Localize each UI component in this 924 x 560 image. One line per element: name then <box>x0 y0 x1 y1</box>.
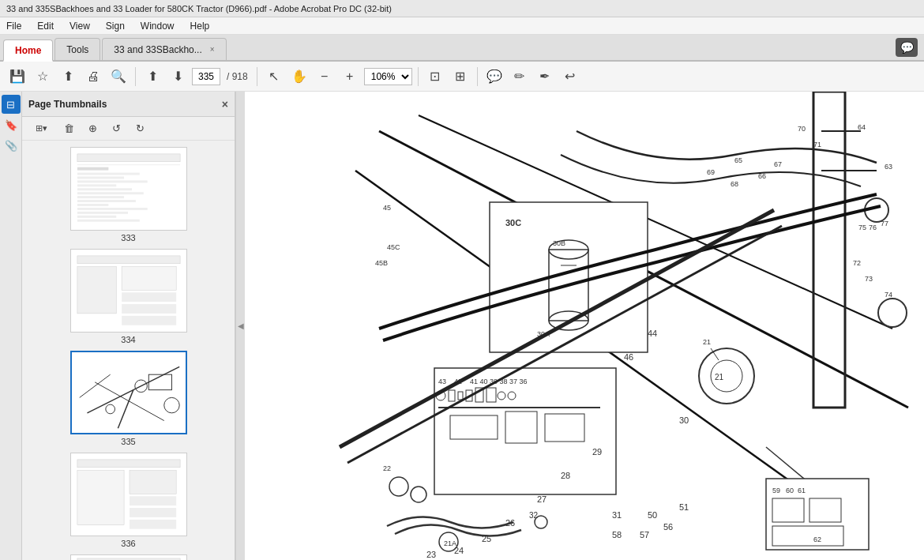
separator-3 <box>418 67 419 86</box>
insert-page-button[interactable]: ⊕ <box>82 119 103 138</box>
title-text: 33 and 335SBackhoes and 33 Loader for 58… <box>6 4 392 13</box>
svg-text:50: 50 <box>648 510 657 520</box>
svg-rect-10 <box>77 196 123 198</box>
svg-rect-16 <box>77 219 139 221</box>
svg-rect-19 <box>77 266 115 313</box>
svg-rect-22 <box>122 304 176 314</box>
menu-help[interactable]: Help <box>187 19 213 33</box>
thumbnail-options-button[interactable]: ⊞▾ <box>27 119 55 138</box>
svg-text:74: 74 <box>885 291 892 299</box>
thumbnail-label-335: 335 <box>121 437 135 446</box>
rotate-ccw-button[interactable]: ↺ <box>106 119 126 138</box>
menu-file[interactable]: File <box>3 19 24 33</box>
svg-text:30C: 30C <box>505 218 521 227</box>
svg-rect-1 <box>77 154 179 162</box>
title-bar: 33 and 335SBackhoes and 33 Loader for 58… <box>0 0 924 17</box>
tab-tools-label: Tools <box>66 44 88 55</box>
thumbnail-image-337 <box>70 554 187 560</box>
svg-text:73: 73 <box>865 275 873 283</box>
svg-text:68: 68 <box>731 180 738 188</box>
page-number-input[interactable]: 335 <box>192 68 220 85</box>
svg-text:71: 71 <box>813 141 821 148</box>
menu-edit[interactable]: Edit <box>34 19 57 33</box>
svg-text:67: 67 <box>774 160 782 168</box>
thumbnail-image-333 <box>70 147 187 231</box>
draw-button[interactable]: ✒ <box>534 66 556 88</box>
sidebar-collapse-handle[interactable]: ◀ <box>235 92 245 560</box>
svg-text:77: 77 <box>881 220 888 227</box>
upload-button[interactable]: ⬆ <box>57 66 79 88</box>
print-button[interactable]: 🖨 <box>82 66 104 88</box>
menu-window[interactable]: Window <box>137 19 178 33</box>
thumbnail-item-333[interactable]: 333 <box>22 147 235 242</box>
thumbnail-label-333: 333 <box>121 233 135 242</box>
left-panel-icons: ⊟ 🔖 📎 <box>0 92 22 560</box>
thumbnail-item-334[interactable]: 334 <box>22 249 235 344</box>
svg-text:44: 44 <box>648 329 657 338</box>
thumbnail-label-336: 336 <box>121 539 135 548</box>
stamp-button[interactable]: ↩ <box>559 66 581 88</box>
prev-page-button[interactable]: ⬆ <box>141 66 163 88</box>
snapshot-button[interactable]: ⊞ <box>449 66 471 88</box>
svg-rect-15 <box>77 216 115 218</box>
zoom-out-glass-button[interactable]: 🔍 <box>107 66 130 88</box>
svg-rect-39 <box>129 520 175 529</box>
thumbnail-image-336 <box>70 453 187 536</box>
svg-text:29: 29 <box>592 447 602 457</box>
chat-icon[interactable]: 💬 <box>896 38 918 57</box>
svg-rect-13 <box>77 208 147 210</box>
sidebar-close-button[interactable]: × <box>222 98 228 111</box>
pdf-page-content: 30C 30B 30A 43 42 41 40 39 38 37 36 <box>245 92 924 560</box>
svg-text:30: 30 <box>679 415 689 425</box>
menu-view[interactable]: View <box>66 19 93 33</box>
thumbnail-item-337-partial[interactable] <box>22 554 235 560</box>
svg-text:66: 66 <box>758 172 766 180</box>
attachments-icon[interactable]: 📎 <box>2 136 21 155</box>
next-page-button[interactable]: ⬇ <box>167 66 189 88</box>
menu-bar: File Edit View Sign Window Help <box>0 17 924 35</box>
tab-tools[interactable]: Tools <box>54 38 100 60</box>
svg-text:59: 59 <box>772 487 780 494</box>
fit-page-button[interactable]: ⊡ <box>424 66 446 88</box>
svg-text:58: 58 <box>612 530 622 539</box>
thumbnail-item-335[interactable]: 335 <box>22 351 235 446</box>
zoom-out-tool-button[interactable]: − <box>314 66 336 88</box>
svg-text:45B: 45B <box>375 259 388 267</box>
svg-text:64: 64 <box>858 123 866 131</box>
tab-document[interactable]: 33 and 33SBackho... × <box>102 38 226 60</box>
rotate-cw-button[interactable]: ↻ <box>130 119 150 138</box>
svg-text:45: 45 <box>383 204 391 212</box>
highlight-button[interactable]: ✏ <box>509 66 531 88</box>
thumbnails-icon[interactable]: ⊟ <box>2 95 21 114</box>
save-button[interactable]: 💾 <box>6 66 28 88</box>
svg-rect-37 <box>129 496 175 506</box>
svg-rect-35 <box>77 470 123 524</box>
svg-text:21: 21 <box>703 338 711 346</box>
zoom-select[interactable]: 50% 75% 100% 106% 125% 150% 200% <box>364 68 412 85</box>
comment-button[interactable]: 💬 <box>483 66 505 88</box>
delete-page-button[interactable]: 🗑 <box>58 119 79 138</box>
thumbnails-list[interactable]: 333 334 <box>22 141 235 560</box>
bookmarks-icon[interactable]: 🔖 <box>2 115 21 134</box>
svg-text:70: 70 <box>798 125 806 133</box>
pan-button[interactable]: ✋ <box>288 66 310 88</box>
menu-sign[interactable]: Sign <box>103 19 128 33</box>
svg-rect-21 <box>122 292 176 302</box>
svg-rect-20 <box>122 266 176 290</box>
bookmark-button[interactable]: ☆ <box>32 66 54 88</box>
pdf-viewer[interactable]: 30C 30B 30A 43 42 41 40 39 38 37 36 <box>245 92 924 560</box>
thumbnail-label-334: 334 <box>121 335 135 344</box>
tab-close-button[interactable]: × <box>210 45 215 54</box>
thumbnail-item-336[interactable]: 336 <box>22 453 235 548</box>
zoom-in-tool-button[interactable]: + <box>339 66 361 88</box>
tab-home[interactable]: Home <box>3 39 53 62</box>
svg-rect-4 <box>77 172 139 175</box>
separator-1 <box>135 67 136 86</box>
svg-text:56: 56 <box>663 522 673 532</box>
svg-text:51: 51 <box>679 502 689 512</box>
toolbar: 💾 ☆ ⬆ 🖨 🔍 ⬆ ⬇ 335 / 918 ↖ ✋ − + 50% 75% … <box>0 62 924 92</box>
svg-text:63: 63 <box>885 163 892 171</box>
select-cursor-button[interactable]: ↖ <box>263 66 285 88</box>
thumbnail-image-335 <box>70 351 187 434</box>
svg-text:75: 75 <box>858 224 866 231</box>
